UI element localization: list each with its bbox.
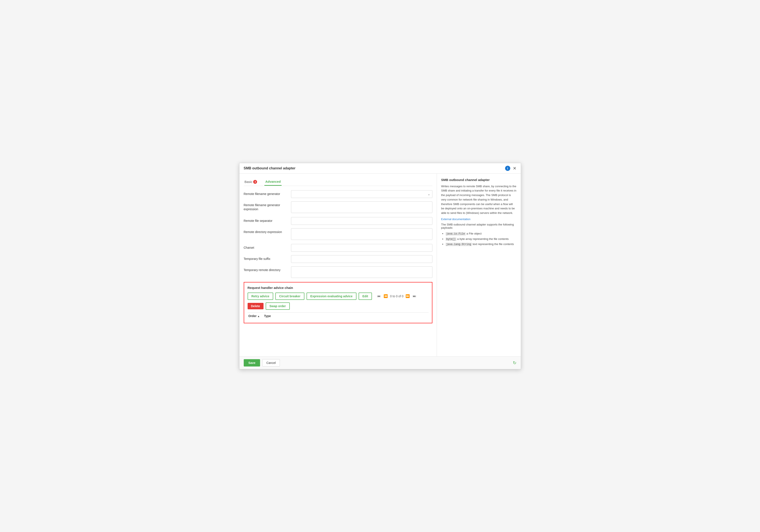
label-remote-filename-generator-expression: Remote filename generator expression: [244, 201, 291, 211]
close-icon[interactable]: ✕: [513, 166, 516, 171]
label-temporary-file-suffix: Temporary file suffix: [244, 255, 291, 261]
field-row-remote-filename-generator-expression: Remote filename generator expression: [244, 201, 432, 214]
refresh-icon[interactable]: ↻: [513, 360, 516, 365]
dialog-title: SMB outbound channel adapter: [244, 166, 296, 170]
next-page-button[interactable]: ⏩: [404, 293, 411, 298]
save-button[interactable]: Save: [244, 359, 260, 367]
retry-advice-button[interactable]: Retry advice: [248, 292, 273, 300]
advice-chain-container: Request handler advice chain Retry advic…: [244, 282, 432, 323]
last-page-button[interactable]: ⏭: [412, 294, 417, 298]
control-temporary-remote-directory: [291, 266, 432, 279]
advice-chain-title: Request handler advice chain: [248, 286, 429, 289]
payload-desc-2: text representing the file contents: [473, 243, 514, 246]
select-wrapper-remote-filename-generator: ⌄: [291, 190, 432, 198]
field-row-temporary-file-suffix: Temporary file suffix: [244, 255, 432, 263]
side-panel-description: Writes messages to remote SMB share, by …: [441, 184, 516, 216]
label-charset: Charset: [244, 244, 291, 250]
field-row-temporary-remote-directory: Temporary remote directory: [244, 266, 432, 279]
control-charset: [291, 244, 432, 252]
header-icons: i ✕: [505, 166, 516, 171]
tab-basic-badge: 3: [253, 180, 257, 184]
tab-advanced[interactable]: Advanced: [264, 178, 282, 186]
tabs-container: Basic 3 Advanced: [244, 178, 432, 186]
dialog-container: SMB outbound channel adapter i ✕ Basic 3…: [239, 163, 521, 369]
payload-list: java.io.File a File object byte[] a byte…: [441, 231, 516, 247]
input-remote-directory-expression[interactable]: [291, 228, 432, 240]
input-temporary-file-suffix[interactable]: [291, 255, 432, 263]
payload-code-0: java.io.File: [446, 232, 466, 236]
input-temporary-remote-directory[interactable]: [291, 266, 432, 278]
field-row-remote-directory-expression: Remote directory expression: [244, 228, 432, 241]
payload-desc-0: a File object: [467, 232, 482, 235]
form-section: Remote filename generator ⌄ Remote filen…: [244, 190, 432, 352]
tab-advanced-label: Advanced: [265, 180, 281, 183]
side-panel: SMB outbound channel adapter Writes mess…: [437, 174, 521, 356]
advice-buttons-row: Retry advice Circuit breaker Expression …: [248, 292, 429, 300]
payload-desc-1: a byte array representing the file conte…: [457, 237, 508, 241]
control-remote-filename-generator: ⌄: [291, 190, 432, 198]
control-remote-file-separator: [291, 217, 432, 225]
delete-button[interactable]: Delete: [248, 303, 263, 309]
payloads-intro: The SMB outbound channel adapter support…: [441, 223, 516, 229]
footer-left: Save Cancel: [244, 359, 280, 367]
payload-code-1: byte[]: [446, 238, 456, 241]
payload-code-2: java.lang.String: [446, 243, 472, 246]
input-remote-file-separator[interactable]: [291, 217, 432, 225]
field-row-charset: Charset: [244, 244, 432, 252]
list-item: java.lang.String text representing the f…: [446, 242, 516, 247]
field-row-remote-filename-generator: Remote filename generator ⌄: [244, 190, 432, 198]
expression-evaluating-advice-button[interactable]: Expression evaluating advice: [307, 292, 356, 300]
column-order: Order ▲: [249, 314, 260, 318]
first-page-button[interactable]: ⏮: [376, 294, 381, 298]
circuit-breaker-button[interactable]: Circuit breaker: [275, 292, 305, 300]
dialog-footer: Save Cancel ↻: [239, 356, 521, 369]
edit-button[interactable]: Edit: [358, 292, 372, 300]
action-buttons-row: Delete Swap order: [248, 302, 429, 310]
control-remote-filename-generator-expression: [291, 201, 432, 214]
pagination-text: 0 to 0 of 0: [390, 294, 404, 298]
label-temporary-remote-directory: Temporary remote directory: [244, 266, 291, 272]
swap-order-button[interactable]: Swap order: [266, 302, 290, 310]
tab-basic[interactable]: Basic 3: [244, 178, 258, 186]
list-item: java.io.File a File object: [446, 231, 516, 237]
dialog-body: Basic 3 Advanced Remote filename generat…: [239, 174, 521, 356]
label-remote-file-separator: Remote file separator: [244, 217, 291, 223]
tab-basic-label: Basic: [245, 180, 253, 184]
advice-table-header: Order ▲ Type: [248, 312, 429, 319]
column-type: Type: [264, 314, 271, 318]
label-remote-filename-generator: Remote filename generator: [244, 190, 291, 196]
list-item: byte[] a byte array representing the fil…: [446, 237, 516, 242]
input-remote-filename-generator-expression[interactable]: [291, 201, 432, 213]
control-remote-directory-expression: [291, 228, 432, 241]
label-remote-directory-expression: Remote directory expression: [244, 228, 291, 234]
main-panel: Basic 3 Advanced Remote filename generat…: [239, 174, 437, 356]
field-row-remote-file-separator: Remote file separator: [244, 217, 432, 225]
side-panel-title: SMB outbound channel adapter: [441, 178, 516, 182]
dialog-header: SMB outbound channel adapter i ✕: [239, 163, 521, 174]
cancel-button[interactable]: Cancel: [262, 359, 280, 367]
select-remote-filename-generator[interactable]: [291, 190, 432, 198]
prev-page-button[interactable]: ⏪: [383, 293, 389, 298]
info-icon[interactable]: i: [505, 166, 510, 171]
external-documentation-link[interactable]: External documentation: [441, 217, 516, 221]
input-charset[interactable]: [291, 244, 432, 252]
sort-asc-icon: ▲: [258, 315, 260, 318]
pagination-controls: ⏮ ⏪ 0 to 0 of 0 ⏩ ⏭: [376, 293, 417, 298]
control-temporary-file-suffix: [291, 255, 432, 263]
